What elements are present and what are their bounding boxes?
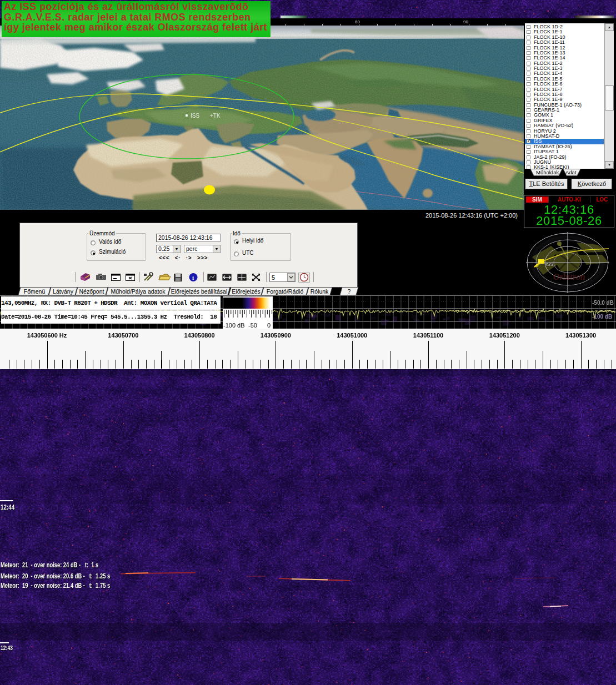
svg-text:Rólunk: Rólunk bbox=[310, 288, 329, 295]
svg-text:?: ? bbox=[348, 288, 351, 295]
svg-text:Műholdak: Műholdak bbox=[536, 169, 559, 175]
svg-text:Előrejelzés beállításai: Előrejelzés beállításai bbox=[171, 288, 228, 295]
svg-text:ISS: ISS bbox=[545, 261, 554, 267]
svg-text:+TK: +TK bbox=[210, 113, 221, 119]
svg-text:5: 5 bbox=[272, 274, 275, 281]
svg-text:ISS: ISS bbox=[191, 113, 199, 119]
svg-text:Nézőpont: Nézőpont bbox=[79, 288, 104, 295]
svg-text:Forgató/Rádió: Forgató/Rádió bbox=[267, 288, 304, 295]
svg-text:Adat: Adat bbox=[565, 169, 577, 175]
svg-text:Orbitron: Orbitron bbox=[553, 272, 585, 281]
svg-text:i: i bbox=[192, 274, 194, 281]
svg-text:Előrejelzés: Előrejelzés bbox=[232, 288, 260, 295]
svg-text:Látvány: Látvány bbox=[53, 288, 74, 295]
svg-text:Főmenü: Főmenü bbox=[24, 288, 46, 295]
svg-text:Műhold/Pálya adatok: Műhold/Pálya adatok bbox=[111, 288, 166, 295]
